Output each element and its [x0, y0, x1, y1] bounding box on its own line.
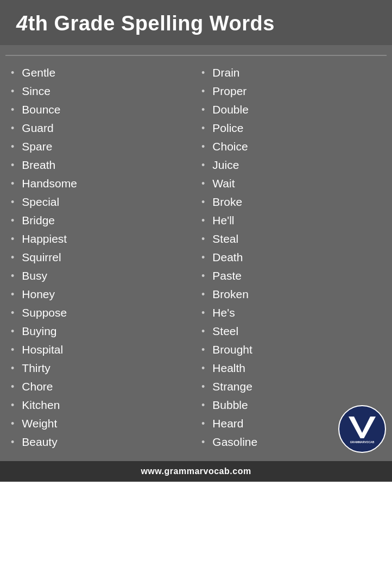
bullet: • — [201, 363, 205, 374]
word-text: Gasoline — [212, 436, 257, 449]
bullet: • — [11, 344, 14, 356]
bullet: • — [201, 197, 205, 208]
list-item: •Beauty — [11, 433, 191, 451]
word-text: Steel — [212, 325, 238, 338]
word-text: Happiest — [22, 232, 67, 245]
divider — [5, 55, 387, 56]
title-number: 4 — [16, 12, 28, 35]
bullet: • — [11, 160, 14, 171]
list-item: •Bounce — [11, 100, 191, 119]
bullet: • — [11, 215, 14, 226]
list-item: •Paste — [201, 267, 381, 285]
list-item: •Gentle — [11, 64, 191, 82]
footer-url: www.grammarvocab.com — [141, 467, 251, 476]
word-text: Bounce — [22, 103, 60, 116]
word-text: Bubble — [212, 399, 248, 412]
bullet: • — [11, 234, 14, 245]
bullet: • — [11, 67, 14, 79]
word-text: Proper — [212, 85, 246, 98]
bullet: • — [201, 104, 205, 116]
bullet: • — [201, 160, 205, 171]
word-columns: •Gentle•Since•Bounce•Guard•Spare•Breath•… — [5, 64, 387, 451]
content-wrapper: •Gentle•Since•Bounce•Guard•Spare•Breath•… — [0, 45, 392, 461]
list-item: •Handsome — [11, 174, 191, 193]
list-item: •Choice — [201, 137, 381, 156]
bullet: • — [11, 326, 14, 337]
bullet: • — [11, 178, 14, 190]
list-item: •Thirty — [11, 359, 191, 377]
list-item: •Breath — [11, 156, 191, 174]
word-text: Gentle — [22, 66, 55, 79]
word-text: Bridge — [22, 214, 55, 227]
list-item: •Brought — [201, 341, 381, 359]
list-item: •Special — [11, 193, 191, 211]
title-text: th Grade Spelling Words — [28, 12, 275, 35]
list-item: •Broken — [201, 285, 381, 304]
bullet: • — [201, 86, 205, 97]
word-text: Special — [22, 196, 59, 209]
bullet: • — [11, 400, 14, 411]
word-text: Drain — [212, 66, 239, 79]
list-item: •Wait — [201, 174, 381, 193]
bullet: • — [11, 363, 14, 374]
word-text: Chore — [22, 380, 53, 393]
svg-text:GRAMMARVOCAB: GRAMMARVOCAB — [350, 440, 375, 444]
word-text: Heard — [212, 417, 243, 430]
bullet: • — [11, 307, 14, 319]
word-text: Wait — [212, 177, 235, 190]
word-text: Broken — [212, 288, 249, 301]
list-item: •Proper — [201, 82, 381, 100]
bullet: • — [201, 289, 205, 300]
header: 4th Grade Spelling Words — [0, 0, 392, 45]
list-item: •Police — [201, 119, 381, 137]
bullet: • — [11, 123, 14, 134]
word-text: Kitchen — [22, 399, 60, 412]
bullet: • — [201, 381, 205, 393]
bullet: • — [201, 270, 205, 282]
word-text: Thirty — [22, 362, 50, 375]
bullet: • — [11, 252, 14, 263]
word-text: Spare — [22, 140, 52, 153]
list-item: •Bridge — [11, 211, 191, 230]
list-item: •Honey — [11, 285, 191, 304]
bullet: • — [201, 67, 205, 79]
list-item: •Happiest — [11, 230, 191, 248]
list-item: •Chore — [11, 377, 191, 396]
bullet: • — [11, 437, 14, 448]
word-text: Double — [212, 103, 249, 116]
bullet: • — [11, 418, 14, 430]
bullet: • — [201, 178, 205, 190]
bullet: • — [201, 215, 205, 226]
list-item: •Kitchen — [11, 396, 191, 414]
bullet: • — [201, 307, 205, 319]
list-item: •Strange — [201, 377, 381, 396]
footer: www.grammarvocab.com — [0, 461, 392, 482]
list-item: •He'll — [201, 211, 381, 230]
bullet: • — [11, 381, 14, 393]
left-column: •Gentle•Since•Bounce•Guard•Spare•Breath•… — [5, 64, 196, 451]
word-text: Since — [22, 85, 50, 98]
word-text: Breath — [22, 159, 55, 172]
svg-point-0 — [339, 406, 385, 452]
right-column: •Drain•Proper•Double•Police•Choice•Juice… — [196, 64, 387, 451]
page-title: 4th Grade Spelling Words — [16, 12, 376, 35]
list-item: •Guard — [11, 119, 191, 137]
word-text: Juice — [212, 159, 239, 172]
list-item: •Suppose — [11, 304, 191, 322]
word-text: Steal — [212, 232, 238, 245]
list-item: •Juice — [201, 156, 381, 174]
word-text: Broke — [212, 196, 242, 209]
word-text: Brought — [212, 343, 252, 356]
content-area: •Gentle•Since•Bounce•Guard•Spare•Breath•… — [0, 45, 392, 461]
list-item: •He's — [201, 304, 381, 322]
word-text: Guard — [22, 122, 53, 135]
list-item: •Weight — [11, 414, 191, 433]
list-item: •Double — [201, 100, 381, 119]
bullet: • — [11, 197, 14, 208]
word-text: Squirrel — [22, 251, 61, 264]
list-item: •Drain — [201, 64, 381, 82]
word-text: He'll — [212, 214, 234, 227]
list-item: •Steal — [201, 230, 381, 248]
bullet: • — [11, 289, 14, 300]
word-text: He's — [212, 306, 235, 319]
